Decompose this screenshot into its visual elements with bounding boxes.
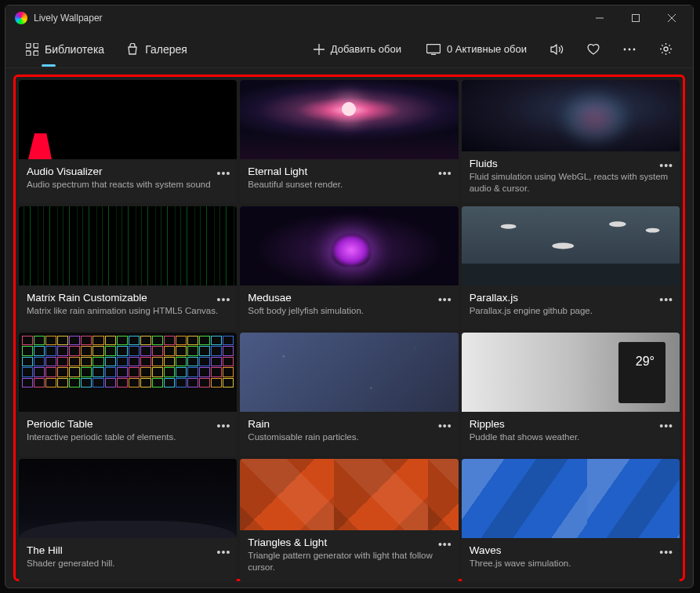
card-description: Fluid simulation using WebGL, reacts wit… xyxy=(470,171,672,195)
maximize-button[interactable] xyxy=(618,5,654,31)
monitor-icon xyxy=(426,44,441,55)
favorite-button[interactable] xyxy=(578,35,608,64)
add-label: Добавить обои xyxy=(331,43,401,55)
nav-library-label: Библиотека xyxy=(45,43,104,56)
bag-icon xyxy=(126,43,139,56)
wallpaper-card[interactable]: Matrix Rain CustomizableMatrix like rain… xyxy=(19,206,237,329)
card-title: The Hill xyxy=(27,544,229,556)
card-title: Eternal Light xyxy=(248,166,450,177)
card-more-button[interactable]: ••• xyxy=(217,167,231,180)
wallpaper-card[interactable]: FluidsFluid simulation using WebGL, reac… xyxy=(462,80,680,203)
card-description: Triangle pattern generator with light th… xyxy=(248,550,450,574)
svg-point-9 xyxy=(664,47,668,51)
nav-gallery-label: Галерея xyxy=(145,43,187,56)
card-description: Matrix like rain animation using HTML5 C… xyxy=(27,305,229,318)
wallpaper-card[interactable]: Audio VisualizerAudio spectrum that reac… xyxy=(19,80,237,203)
wallpaper-card[interactable]: RipplesPuddle that shows weather.••• xyxy=(462,333,680,456)
wallpaper-card[interactable]: Parallax.jsParallax.js engine github pag… xyxy=(462,206,680,329)
card-description: Shader generated hill. xyxy=(27,558,229,570)
svg-point-8 xyxy=(633,48,636,50)
card-description: Audio spectrum that reacts with system s… xyxy=(27,179,229,191)
card-description: Three.js wave simulation. xyxy=(470,558,672,570)
card-more-button[interactable]: ••• xyxy=(659,293,673,306)
content-area: Audio VisualizerAudio spectrum that reac… xyxy=(5,68,693,588)
card-info: WavesThree.js wave simulation.••• xyxy=(462,538,680,582)
plus-icon xyxy=(314,44,325,55)
svg-rect-3 xyxy=(26,51,31,56)
wallpaper-thumbnail xyxy=(462,333,680,412)
wallpaper-thumbnail xyxy=(19,459,237,538)
minimize-button[interactable] xyxy=(582,5,618,31)
wallpaper-card[interactable]: Periodic TableInteractive periodic table… xyxy=(19,333,237,456)
card-info: RainCustomisable rain particles.••• xyxy=(240,412,458,456)
card-title: Waves xyxy=(470,544,672,556)
svg-point-6 xyxy=(624,48,626,50)
wallpaper-thumbnail xyxy=(462,459,680,538)
highlighted-grid: Audio VisualizerAudio spectrum that reac… xyxy=(13,75,685,581)
app-title: Lively Wallpaper xyxy=(34,13,582,24)
card-description: Parallax.js engine github page. xyxy=(470,305,672,318)
active-label: 0 Активные обои xyxy=(447,43,527,55)
close-button[interactable] xyxy=(654,5,690,31)
card-info: Triangles & LightTriangle pattern genera… xyxy=(240,530,458,582)
card-more-button[interactable]: ••• xyxy=(438,420,452,432)
card-more-button[interactable]: ••• xyxy=(659,546,673,558)
svg-point-11 xyxy=(609,221,626,227)
card-more-button[interactable]: ••• xyxy=(217,293,231,306)
app-icon xyxy=(15,12,27,24)
card-more-button[interactable]: ••• xyxy=(438,293,452,306)
gear-icon xyxy=(659,42,673,56)
card-info: The HillShader generated hill.••• xyxy=(19,538,237,582)
dots-icon xyxy=(623,48,636,51)
svg-point-10 xyxy=(500,224,516,229)
wallpaper-thumbnail xyxy=(240,206,458,286)
card-info: FluidsFluid simulation using WebGL, reac… xyxy=(462,151,680,203)
toolbar: Библиотека Галерея Добавить обои 0 Актив… xyxy=(5,31,693,68)
wallpaper-card[interactable]: The HillShader generated hill.••• xyxy=(19,459,237,582)
wallpaper-thumbnail xyxy=(19,333,237,412)
wallpaper-thumbnail xyxy=(462,206,680,286)
svg-point-12 xyxy=(645,228,659,233)
wallpaper-thumbnail xyxy=(240,80,458,159)
svg-rect-2 xyxy=(34,43,38,48)
wallpaper-card[interactable]: Triangles & LightTriangle pattern genera… xyxy=(240,459,458,582)
volume-button[interactable] xyxy=(542,35,572,64)
active-wallpapers-button[interactable]: 0 Активные обои xyxy=(417,38,536,60)
wallpaper-thumbnail xyxy=(19,206,237,286)
wallpaper-card[interactable]: RainCustomisable rain particles.••• xyxy=(240,333,458,456)
card-info: Eternal LightBeautiful sunset render.••• xyxy=(240,159,458,203)
card-info: RipplesPuddle that shows weather.••• xyxy=(462,412,680,456)
heart-icon xyxy=(586,43,600,56)
card-description: Beautiful sunset render. xyxy=(248,179,450,191)
svg-rect-5 xyxy=(426,44,440,53)
nav-gallery[interactable]: Галерея xyxy=(118,38,195,60)
add-wallpaper-button[interactable]: Добавить обои xyxy=(304,38,411,60)
card-more-button[interactable]: ••• xyxy=(438,167,452,180)
card-description: Soft body jellyfish simulation. xyxy=(248,305,450,318)
card-info: MedusaeSoft body jellyfish simulation.••… xyxy=(240,286,458,329)
card-more-button[interactable]: ••• xyxy=(659,420,673,432)
card-more-button[interactable]: ••• xyxy=(217,420,231,432)
card-more-button[interactable]: ••• xyxy=(659,159,673,172)
card-info: Matrix Rain CustomizableMatrix like rain… xyxy=(19,286,237,329)
card-title: Fluids xyxy=(470,158,672,169)
card-title: Rain xyxy=(248,418,450,430)
wallpaper-card[interactable]: MedusaeSoft body jellyfish simulation.••… xyxy=(240,206,458,329)
card-description: Puddle that shows weather. xyxy=(470,431,672,444)
card-title: Medusae xyxy=(248,292,450,304)
svg-rect-0 xyxy=(633,15,640,22)
wallpaper-card[interactable]: Eternal LightBeautiful sunset render.••• xyxy=(240,80,458,203)
card-title: Ripples xyxy=(470,418,672,430)
titlebar: Lively Wallpaper xyxy=(5,5,693,31)
volume-icon xyxy=(550,43,564,56)
more-button[interactable] xyxy=(615,35,644,64)
card-more-button[interactable]: ••• xyxy=(217,546,231,558)
nav-library[interactable]: Библиотека xyxy=(18,38,112,60)
wallpaper-card[interactable]: WavesThree.js wave simulation.••• xyxy=(462,459,680,582)
settings-button[interactable] xyxy=(651,35,680,64)
card-more-button[interactable]: ••• xyxy=(438,538,452,551)
svg-point-13 xyxy=(552,243,574,249)
svg-rect-4 xyxy=(34,51,38,56)
card-title: Periodic Table xyxy=(27,418,229,430)
wallpaper-thumbnail xyxy=(240,333,458,412)
